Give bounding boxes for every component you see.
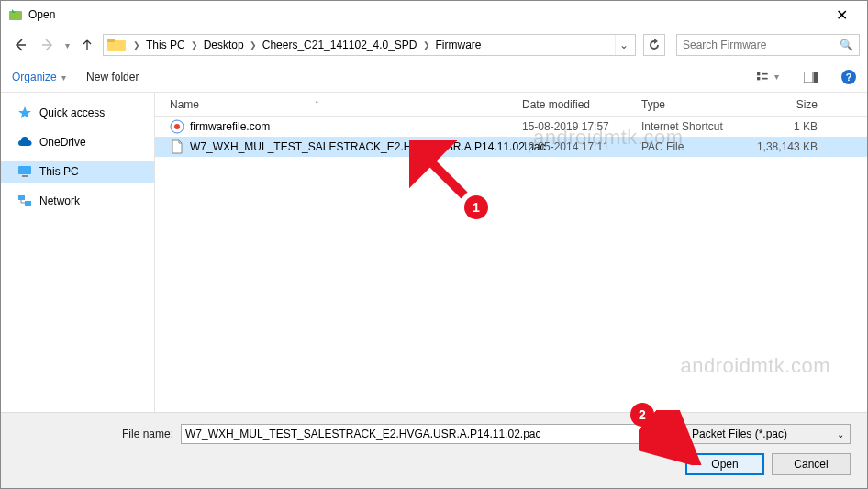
sidebar-item-label: OneDrive — [39, 136, 86, 149]
sidebar-item-label: Network — [39, 194, 80, 207]
sidebar-item-quick-access[interactable]: Quick access — [1, 102, 154, 124]
filter-label: Packet Files (*.pac) — [692, 428, 787, 440]
back-button[interactable] — [8, 33, 32, 57]
svg-rect-8 — [814, 72, 818, 83]
nav-row: ▾ ❯ This PC ❯ Desktop ❯ Cheers_C21_14110… — [1, 28, 867, 61]
search-icon: 🔍 — [840, 39, 853, 51]
organize-menu[interactable]: Organize ▾ — [12, 71, 68, 83]
filename-input[interactable] — [181, 424, 678, 444]
chevron-right-icon: ❯ — [248, 40, 259, 50]
view-icon — [757, 72, 771, 83]
forward-button[interactable] — [36, 33, 60, 57]
window-title: Open — [28, 8, 823, 21]
forward-arrow-icon — [39, 37, 56, 53]
network-icon — [17, 194, 32, 208]
sidebar-item-onedrive[interactable]: OneDrive — [1, 131, 154, 153]
breadcrumb-thispc[interactable]: This PC — [142, 39, 189, 51]
file-type-filter[interactable]: Packet Files (*.pac) ⌄ — [685, 424, 851, 444]
file-date: 15-08-2019 17:57 — [522, 120, 641, 133]
breadcrumb-folder2[interactable]: Firmware — [432, 39, 485, 51]
folder-icon — [107, 37, 126, 53]
breadcrumb-desktop[interactable]: Desktop — [200, 39, 248, 51]
chevron-down-icon: ▾ — [773, 72, 781, 82]
chevron-right-icon: ❯ — [189, 40, 200, 50]
column-headers[interactable]: Name˄ Date modified Type Size — [155, 93, 867, 117]
app-icon — [8, 7, 23, 22]
file-list: Name˄ Date modified Type Size firmwarefi… — [155, 93, 867, 423]
column-date[interactable]: Date modified — [522, 98, 641, 111]
bottom-panel: File name: Packet Files (*.pac) ⌄ Open C… — [1, 412, 867, 488]
svg-rect-6 — [762, 77, 768, 79]
column-size[interactable]: Size — [751, 98, 834, 111]
chevron-down-icon: ▾ — [60, 72, 68, 83]
chevron-down-icon: ⌄ — [837, 429, 844, 439]
callout-2: 2 — [630, 403, 654, 427]
svg-rect-2 — [107, 39, 115, 42]
view-options-button[interactable]: ▾ — [757, 68, 781, 86]
svg-point-14 — [174, 124, 180, 129]
file-type: Internet Shortcut — [641, 120, 751, 133]
cloud-icon — [17, 135, 32, 150]
breadcrumb-dropdown[interactable]: ⌄ — [615, 35, 631, 55]
shortcut-icon — [170, 119, 184, 134]
filename-label: File name: — [17, 428, 173, 440]
svg-rect-9 — [18, 166, 31, 174]
file-type: PAC File — [641, 140, 751, 153]
sidebar-item-this-pc[interactable]: This PC — [1, 161, 154, 183]
sidebar-item-network[interactable]: Network — [1, 190, 154, 212]
file-icon — [170, 139, 184, 154]
up-button[interactable] — [75, 33, 99, 57]
svg-rect-7 — [804, 72, 813, 83]
svg-rect-0 — [9, 11, 22, 20]
callout-1: 1 — [464, 195, 488, 219]
refresh-button[interactable] — [643, 34, 665, 56]
new-folder-button[interactable]: New folder — [86, 71, 139, 83]
preview-pane-icon — [804, 72, 818, 83]
file-row[interactable]: W7_WXH_MUL_TEST_SALESTRACK_E2.HVGA.USR.A… — [155, 137, 867, 157]
svg-rect-11 — [18, 195, 25, 200]
sidebar-item-label: Quick access — [39, 106, 105, 119]
preview-pane-button[interactable] — [799, 68, 823, 86]
chevron-right-icon: ❯ — [131, 40, 142, 50]
close-button[interactable]: ✕ — [823, 6, 860, 24]
svg-rect-5 — [762, 72, 768, 74]
file-name: firmwarefile.com — [190, 120, 270, 133]
toolbar: Organize ▾ New folder ▾ ? — [1, 61, 867, 93]
cancel-button[interactable]: Cancel — [772, 453, 851, 475]
recent-dropdown[interactable]: ▾ — [63, 40, 72, 50]
help-button[interactable]: ? — [841, 70, 856, 84]
star-icon — [17, 106, 32, 120]
sort-asc-icon: ˄ — [315, 100, 319, 109]
back-arrow-icon — [12, 37, 28, 53]
svg-rect-3 — [757, 72, 760, 75]
file-name: W7_WXH_MUL_TEST_SALESTRACK_E2.HVGA.USR.A… — [190, 140, 546, 153]
breadcrumb-folder1[interactable]: Cheers_C21_141102_4.0_SPD — [259, 39, 421, 51]
open-button[interactable]: Open — [685, 453, 764, 475]
sidebar-item-label: This PC — [39, 165, 79, 178]
up-arrow-icon — [80, 38, 95, 52]
svg-rect-10 — [22, 175, 28, 177]
computer-icon — [17, 164, 32, 179]
file-row[interactable]: firmwarefile.com 15-08-2019 17:57 Intern… — [155, 117, 867, 137]
file-date: 12-05-2014 17:11 — [522, 140, 641, 153]
column-name[interactable]: Name˄ — [155, 98, 522, 111]
main-area: Quick access OneDrive This PC Network Na… — [1, 93, 867, 423]
file-size: 1 KB — [751, 120, 834, 133]
search-box[interactable]: 🔍 — [676, 34, 860, 56]
breadcrumb[interactable]: ❯ This PC ❯ Desktop ❯ Cheers_C21_141102_… — [103, 34, 636, 56]
file-size: 1,38,143 KB — [751, 140, 834, 153]
search-input[interactable] — [683, 39, 840, 51]
navigation-sidebar: Quick access OneDrive This PC Network — [1, 93, 155, 423]
chevron-right-icon: ❯ — [421, 40, 432, 50]
column-type[interactable]: Type — [641, 98, 751, 111]
svg-rect-4 — [757, 77, 760, 80]
title-bar: Open ✕ — [1, 1, 867, 28]
svg-rect-12 — [25, 201, 31, 206]
refresh-icon — [648, 39, 661, 51]
